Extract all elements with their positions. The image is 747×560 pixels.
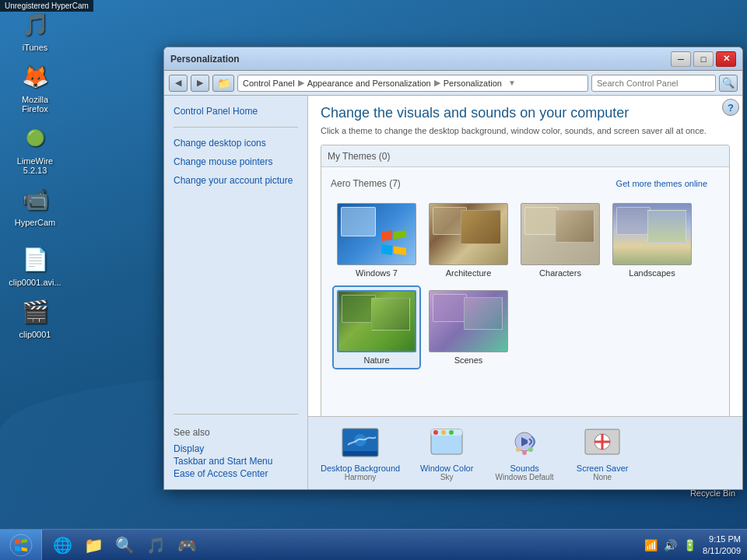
taskbar-app5-icon[interactable]: 🎮 <box>173 531 201 559</box>
screen-saver-label: Screen Saver <box>577 464 629 473</box>
desktop-icon-itunes[interactable]: 🎵 iTunes <box>8 8 62 52</box>
aero-themes-label: Aero Themes (7) <box>331 178 401 189</box>
theme-preview-windows7 <box>337 203 416 265</box>
forward-button[interactable]: ▶ <box>191 75 209 92</box>
desktop-bg-icon <box>342 425 379 462</box>
theme-label-scenes: Scenes <box>454 355 483 365</box>
themes-container[interactable]: My Themes (0) Aero Themes (7) Get more t… <box>321 145 730 416</box>
address-path[interactable]: Control Panel ▶ Appearance and Personali… <box>237 75 588 92</box>
window-controls: ─ □ ✕ <box>671 51 736 67</box>
scenes-overlay <box>433 294 467 322</box>
theme-item-windows7[interactable]: Windows 7 <box>334 200 419 281</box>
clip0001b-label: clip0001 <box>19 330 51 339</box>
help-button[interactable]: ? <box>722 99 739 116</box>
desktop-icon-limewire[interactable]: 🟢 LimeWire 5.2.13 <box>8 121 62 175</box>
theme-item-nature[interactable]: Nature <box>334 287 419 368</box>
theme-label-nature: Nature <box>363 355 389 365</box>
land-overlay <box>616 207 651 235</box>
themes-grid: Windows 7 Architecture <box>331 194 707 374</box>
clock-time: 9:15 PM <box>703 534 741 544</box>
theme-label-characters: Characters <box>539 268 581 278</box>
svg-point-17 <box>601 440 604 443</box>
taskbar: 🌐 📁 🔍 🎵 🎮 📶 🔊 🔋 9:15 PM 8/11/2009 <box>0 529 747 560</box>
sidebar-change-desktop-icons[interactable]: Change desktop icons <box>174 137 298 149</box>
win7-logo <box>378 227 409 258</box>
sidebar-ease-of-access[interactable]: Ease of Access Center <box>174 467 298 480</box>
svg-point-7 <box>441 430 446 435</box>
my-themes-label: My Themes (0) <box>328 151 390 162</box>
bottom-item-screen-saver[interactable]: Screen Saver None <box>571 425 633 481</box>
start-button[interactable] <box>0 530 42 561</box>
nature-main <box>371 298 410 331</box>
address-bar: ◀ ▶ 📁 Control Panel ▶ Appearance and Per… <box>164 71 742 96</box>
tray-battery-icon[interactable]: 🔋 <box>683 539 696 551</box>
firefox-icon: 🦊 <box>19 60 51 93</box>
svg-point-8 <box>449 430 454 435</box>
minimize-button[interactable]: ─ <box>671 51 691 67</box>
svg-point-6 <box>433 430 438 435</box>
window-color-icon <box>428 425 465 462</box>
sidebar-taskbar-start-menu[interactable]: Taskbar and Start Menu <box>174 455 298 467</box>
page-title: Change the visuals and sounds on your co… <box>321 105 730 121</box>
theme-item-characters[interactable]: Characters <box>517 200 603 281</box>
desktop-icon-clip0001b[interactable]: 🎬 clip0001 <box>8 295 62 339</box>
chars-overlay <box>524 207 559 235</box>
theme-label-landscapes: Landscapes <box>629 268 675 278</box>
sidebar-divider-2 <box>174 414 298 415</box>
tray-volume-icon[interactable]: 🔊 <box>664 539 677 551</box>
sounds-sublabel: Windows Default <box>496 473 554 481</box>
theme-preview-landscapes <box>612 203 692 265</box>
theme-item-architecture[interactable]: Architecture <box>426 200 511 281</box>
sidebar-change-mouse-pointers[interactable]: Change mouse pointers <box>174 156 298 168</box>
close-button[interactable]: ✕ <box>716 51 736 67</box>
land-main <box>647 210 686 243</box>
theme-preview-nature <box>337 290 416 352</box>
taskbar-app4-icon[interactable]: 🎵 <box>142 531 170 559</box>
desktop-icon-firefox[interactable]: 🦊 Mozilla Firefox <box>8 60 62 114</box>
theme-label-architecture: Architecture <box>446 268 492 278</box>
bottom-item-sounds[interactable]: Sounds Windows Default <box>493 425 556 481</box>
bottom-item-desktop-bg[interactable]: Desktop Background Harmony <box>321 425 400 481</box>
search-button[interactable]: 🔍 <box>719 75 738 92</box>
back-button[interactable]: ◀ <box>169 75 188 92</box>
get-more-themes-link[interactable]: Get more themes online <box>616 179 707 188</box>
limewire-label: LimeWire 5.2.13 <box>8 156 62 175</box>
path-sep1: ▶ <box>298 78 304 88</box>
path-control-panel: Control Panel <box>243 79 295 88</box>
taskbar-ie-icon[interactable]: 🌐 <box>48 531 76 559</box>
desktop-bg-sublabel: Harmony <box>345 473 377 481</box>
theme-label-windows7: Windows 7 <box>356 268 398 278</box>
svg-point-11 <box>522 450 527 455</box>
see-also-label: See also <box>174 427 298 438</box>
svg-rect-2 <box>343 451 377 456</box>
sidebar-divider-1 <box>174 127 298 128</box>
folder-icon: 📁 <box>212 75 234 92</box>
path-dropdown-icon[interactable]: ▼ <box>508 79 516 87</box>
clip0001b-icon: 🎬 <box>19 295 51 327</box>
screen-saver-sublabel: None <box>593 473 612 481</box>
sidebar-control-panel-home[interactable]: Control Panel Home <box>174 105 298 117</box>
window-title: Personalization <box>170 54 671 65</box>
taskbar-tray: 📶 🔊 🔋 9:15 PM 8/11/2009 <box>638 534 747 556</box>
theme-item-scenes[interactable]: Scenes <box>426 287 511 368</box>
sidebar-display[interactable]: Display <box>174 443 298 455</box>
aero-section-header: Aero Themes (7) Get more themes online <box>331 173 707 194</box>
desktop-icon-hypercam[interactable]: 📹 HyperCam <box>8 183 62 227</box>
desktop-icon-clip0001a[interactable]: 📄 clip0001.avi... <box>8 243 62 287</box>
maximize-button[interactable]: □ <box>693 51 714 67</box>
clip0001a-icon: 📄 <box>19 243 51 275</box>
chars-main <box>556 210 594 243</box>
bottom-item-window-color[interactable]: Window Color Sky <box>416 425 478 481</box>
svg-point-18 <box>10 534 32 556</box>
theme-item-landscapes[interactable]: Landscapes <box>609 200 695 281</box>
window-color-sublabel: Sky <box>440 473 454 481</box>
limewire-icon: 🟢 <box>19 121 51 154</box>
taskbar-explorer-icon[interactable]: 📁 <box>79 531 107 559</box>
search-input[interactable] <box>591 75 716 92</box>
taskbar-clock[interactable]: 9:15 PM 8/11/2009 <box>703 534 741 556</box>
sidebar-change-account-picture[interactable]: Change your account picture <box>174 174 298 187</box>
taskbar-media-icon[interactable]: 🔍 <box>110 531 139 559</box>
tray-network-icon[interactable]: 📶 <box>644 539 658 551</box>
window-titlebar: Personalization ─ □ ✕ <box>164 47 742 71</box>
theme-preview-characters <box>521 203 600 265</box>
